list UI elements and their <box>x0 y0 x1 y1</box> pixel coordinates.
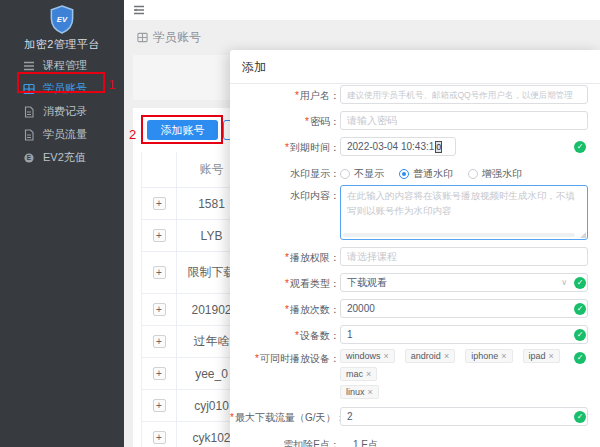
resize-handle-icon[interactable] <box>580 232 586 238</box>
required-mark: * <box>305 116 309 127</box>
form-row-expiry-date: *到期时间： 2022-03-04 10:43:10 ✓ <box>230 137 588 156</box>
device-tag-iphone: iphone× <box>465 349 512 363</box>
sidebar-nav: 课程管理 学员账号 消费记录 学员流量 <box>0 54 124 169</box>
sidebar-item-label: 消费记录 <box>43 104 87 119</box>
form-row-max-download-traffic: *最大下载流量（G/天）： ✓ <box>230 407 588 426</box>
sidebar-item-course-management[interactable]: 课程管理 <box>0 54 124 77</box>
play-permission-input[interactable] <box>340 247 588 266</box>
required-mark: * <box>295 90 299 101</box>
id-card-icon <box>137 32 148 43</box>
form-row-play-count: *播放次数： ✓ <box>230 299 588 318</box>
required-mark: * <box>255 353 259 364</box>
expiry-date-value: 2022-03-04 10:43:1 <box>347 141 434 152</box>
required-mark: * <box>285 252 289 263</box>
expiry-date-input[interactable]: 2022-03-04 10:43:10 <box>340 137 456 156</box>
field-label: *最大下载流量（G/天）： <box>230 407 340 425</box>
tag-close-icon[interactable]: × <box>444 351 449 361</box>
valid-check-icon: ✓ <box>574 303 586 315</box>
field-label: 需扣除E点： <box>230 434 340 447</box>
device-tag-mac: mac× <box>340 367 377 381</box>
form-row-device-count: *设备数： ✓ <box>230 325 588 344</box>
breadcrumb: 学员账号 <box>137 29 201 46</box>
device-tag-windows: windows× <box>340 349 395 363</box>
id-card-icon <box>23 83 35 95</box>
required-mark: * <box>230 412 234 423</box>
expand-row-button[interactable]: + <box>153 229 166 242</box>
add-account-button[interactable]: 添加账号 <box>147 120 218 140</box>
points-deduct-value: 1 E点 <box>340 434 588 447</box>
add-account-modal: 添加 *用户名： *密码： *到期时间： 2 <box>230 50 600 447</box>
sidebar-item-consumption-records[interactable]: 消费记录 <box>0 100 124 123</box>
document-icon <box>23 106 35 118</box>
field-label: *观看类型： <box>230 273 340 291</box>
required-mark: * <box>285 304 289 315</box>
chevron-down-icon: ∨ <box>561 278 567 287</box>
tag-close-icon[interactable]: × <box>368 387 373 397</box>
textarea-scrollbar[interactable] <box>343 233 575 237</box>
add-account-form: *用户名： *密码： *到期时间： 2022-03-04 10:43:10 <box>230 85 588 447</box>
radio-circle-icon <box>468 169 478 179</box>
tag-close-icon[interactable]: × <box>549 351 554 361</box>
form-row-watermark-content: 水印内容： <box>230 185 588 240</box>
radio-normal-watermark[interactable]: 普通水印 <box>399 167 453 181</box>
text-cursor: 0 <box>435 141 442 153</box>
sidebar-item-label: EV2充值 <box>43 150 86 165</box>
app-logo: EV 加密2管理平台 <box>0 0 124 48</box>
svg-text:EV: EV <box>57 15 68 24</box>
view-type-select[interactable]: 下载观看 <box>340 273 588 292</box>
valid-check-icon: ✓ <box>574 411 586 423</box>
sidebar-item-student-traffic[interactable]: 学员流量 <box>0 123 124 146</box>
radio-enhanced-watermark[interactable]: 增强水印 <box>468 167 522 181</box>
app-title: 加密2管理平台 <box>0 37 124 52</box>
watermark-content-textarea[interactable] <box>340 185 588 240</box>
breadcrumb-label: 学员账号 <box>153 29 201 46</box>
required-mark: * <box>285 142 289 153</box>
shield-logo-icon: EV <box>49 5 75 34</box>
modal-title: 添加 <box>230 50 600 84</box>
field-label: *设备数： <box>230 325 340 343</box>
sidebar-item-label: 学员流量 <box>43 127 87 142</box>
app-window: EV 加密2管理平台 课程管理 学员账号 消费记录 <box>0 0 600 447</box>
coin-circle-icon: E <box>23 152 35 164</box>
tag-close-icon[interactable]: × <box>366 369 371 379</box>
device-count-input[interactable] <box>340 325 588 344</box>
form-row-play-permission: *播放权限： <box>230 247 588 266</box>
radio-circle-icon <box>340 169 350 179</box>
username-input[interactable] <box>340 85 588 104</box>
expand-row-button[interactable]: + <box>153 367 166 380</box>
sidebar-item-ev2-recharge[interactable]: E EV2充值 <box>0 146 124 169</box>
expand-row-button[interactable]: + <box>153 266 166 279</box>
password-input[interactable] <box>340 111 588 130</box>
device-tag-ipad: ipad× <box>523 349 560 363</box>
list-icon <box>23 60 35 72</box>
required-mark: * <box>285 278 289 289</box>
form-row-username: *用户名： <box>230 85 588 104</box>
expand-row-button[interactable]: + <box>153 335 166 348</box>
tag-close-icon[interactable]: × <box>384 351 389 361</box>
device-tag-linux: linux× <box>340 385 379 399</box>
form-row-password: *密码： <box>230 111 588 130</box>
sidebar-item-label: 学员账号 <box>43 81 87 96</box>
svg-text:E: E <box>27 154 32 161</box>
field-label: *到期时间： <box>230 137 340 155</box>
tag-close-icon[interactable]: × <box>501 351 506 361</box>
form-row-points-deduct: 需扣除E点： 1 E点 <box>230 434 588 447</box>
field-label: *播放权限： <box>230 247 340 265</box>
play-count-input[interactable] <box>340 299 588 318</box>
expand-row-button[interactable]: + <box>153 303 166 316</box>
valid-check-icon: ✓ <box>574 141 586 153</box>
sidebar-item-student-accounts[interactable]: 学员账号 <box>0 77 124 100</box>
expand-row-button[interactable]: + <box>153 399 166 412</box>
topbar <box>124 0 600 20</box>
device-tag-android: android× <box>405 349 455 363</box>
expand-row-button[interactable]: + <box>153 431 166 444</box>
collapse-menu-icon[interactable] <box>133 4 145 16</box>
sidebar: EV 加密2管理平台 课程管理 学员账号 消费记录 <box>0 0 124 447</box>
radio-no-watermark[interactable]: 不显示 <box>340 167 384 181</box>
field-label: *密码： <box>230 111 340 129</box>
annotation-number-2: 2 <box>129 127 136 142</box>
max-download-traffic-input[interactable] <box>340 407 588 426</box>
valid-check-icon: ✓ <box>574 329 586 341</box>
field-label: *用户名： <box>230 85 340 103</box>
expand-row-button[interactable]: + <box>153 197 166 210</box>
